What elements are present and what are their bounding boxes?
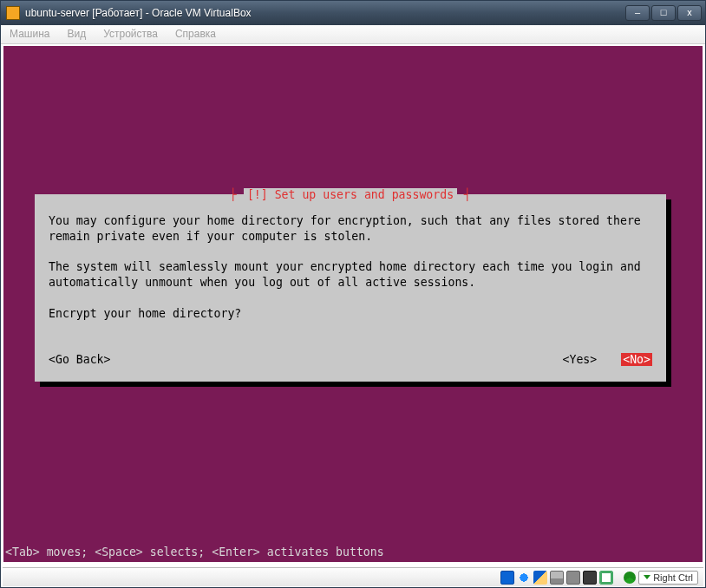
dialog-question: Encrypt your home directory?: [49, 307, 241, 320]
installer-dialog: ├ [!] Set up users and passwords ┤ You m…: [35, 194, 666, 382]
vm-guest-screen[interactable]: ├ [!] Set up users and passwords ┤ You m…: [3, 46, 703, 562]
window-title: ubuntu-server [Работает] - Oracle VM Vir…: [25, 7, 625, 19]
minimize-button[interactable]: –: [625, 5, 650, 21]
dialog-para2: The system will seamlessly mount your en…: [49, 260, 648, 289]
guest-additions-icon[interactable]: [624, 572, 636, 584]
no-button[interactable]: <No>: [621, 353, 652, 366]
dialog-buttons: <Go Back> <Yes> <No>: [49, 353, 652, 366]
display-icon[interactable]: [583, 571, 597, 585]
vm-statusbar: Right Ctrl: [3, 567, 703, 586]
maximize-button[interactable]: □: [651, 5, 676, 21]
host-key-indicator[interactable]: Right Ctrl: [638, 571, 698, 585]
close-button[interactable]: x: [677, 5, 702, 21]
usb-icon[interactable]: [533, 571, 547, 585]
dialog-body: You may configure your home directory fo…: [49, 213, 652, 322]
network-icon[interactable]: [566, 571, 580, 585]
virtualbox-icon: [6, 6, 20, 20]
menu-devices[interactable]: Устройства: [95, 25, 167, 43]
virtualbox-window: ubuntu-server [Работает] - Oracle VM Vir…: [0, 0, 706, 588]
window-titlebar[interactable]: ubuntu-server [Работает] - Oracle VM Vir…: [1, 1, 705, 25]
hdd-activity-icon[interactable]: [500, 571, 514, 585]
go-back-button[interactable]: <Go Back>: [49, 353, 110, 366]
window-controls: – □ x: [625, 5, 702, 21]
host-key-label: Right Ctrl: [653, 572, 693, 583]
dialog-title: ├ [!] Set up users and passwords ┤: [35, 188, 666, 201]
menu-help[interactable]: Справка: [167, 25, 225, 43]
menu-machine[interactable]: Машина: [1, 25, 58, 43]
arrow-down-icon: [644, 575, 650, 579]
video-capture-icon[interactable]: [599, 571, 613, 585]
dialog-para1: You may configure your home directory fo…: [49, 214, 648, 243]
keyboard-hint: <Tab> moves; <Space> selects; <Enter> ac…: [5, 546, 384, 559]
yes-button[interactable]: <Yes>: [563, 353, 598, 366]
menubar: Машина Вид Устройства Справка: [1, 25, 705, 44]
optical-drive-icon[interactable]: [517, 571, 531, 585]
shared-folder-icon[interactable]: [550, 571, 564, 585]
menu-view[interactable]: Вид: [58, 25, 95, 43]
